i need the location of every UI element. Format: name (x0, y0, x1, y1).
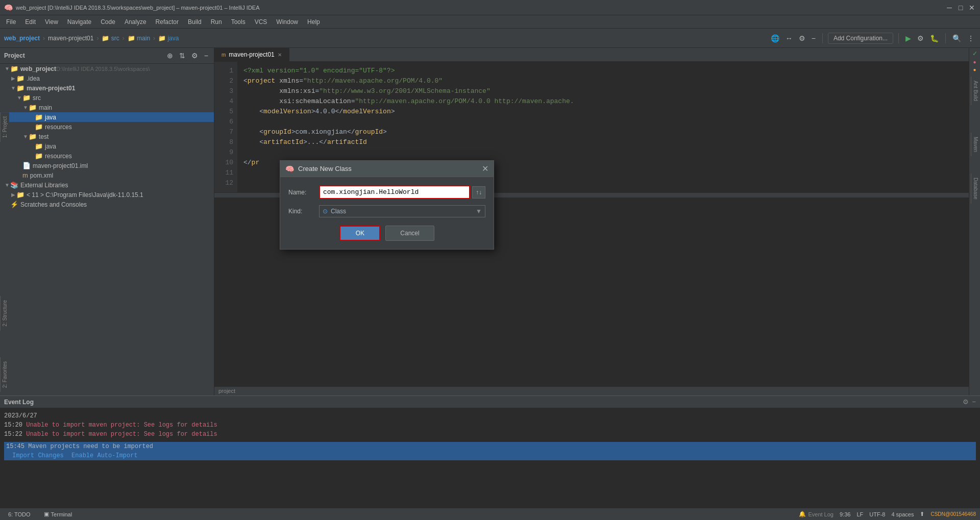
toolbar-settings-icon[interactable]: ⚙ (916, 33, 925, 44)
favorites-panel-label[interactable]: 2: Favorites (0, 357, 9, 392)
kind-value: Class (331, 208, 346, 215)
menu-build[interactable]: Build (184, 17, 206, 27)
log-time-1: 15:20 (4, 422, 22, 429)
tree-arrow-idea: ▶ (10, 76, 16, 81)
menu-code[interactable]: Code (96, 17, 119, 27)
toolbar-icon-gear[interactable]: ⚙ (797, 33, 807, 44)
menu-window[interactable]: Window (272, 17, 302, 27)
sidebar-gear-icon[interactable]: ⚙ (190, 50, 200, 61)
tree-item-resources-main[interactable]: 📁 resources (0, 122, 214, 132)
sidebar-collapse-icon[interactable]: ⇅ (178, 50, 187, 61)
tree-item-java-test[interactable]: 📁 java (0, 141, 214, 151)
modal-close-button[interactable]: ✕ (482, 164, 488, 174)
menu-analyze[interactable]: Analyze (120, 17, 151, 27)
menu-bar: File Edit View Navigate Code Analyze Ref… (0, 15, 980, 29)
encoding-status[interactable]: UTF-8 (869, 511, 885, 517)
tree-arrow-maven: ▼ (10, 85, 16, 91)
breadcrumb-java[interactable]: 📁 java (158, 35, 179, 42)
src-folder-icon: 📁 (22, 94, 31, 102)
add-configuration-button[interactable]: Add Configuration... (828, 33, 893, 44)
toolbar-icon-globe[interactable]: 🌐 (769, 33, 781, 44)
panel-minimize-icon[interactable]: − (972, 398, 976, 406)
structure-panel-label[interactable]: 2: Structure (0, 296, 9, 331)
database-label[interactable]: Database (971, 174, 980, 204)
indent-status[interactable]: 4 spaces (891, 511, 914, 517)
log-message-2[interactable]: Unable to import maven project: See logs… (26, 431, 217, 438)
line-separator[interactable]: LF (856, 511, 863, 517)
minimize-button[interactable]: ─ (945, 4, 953, 12)
toolbar-more-icon[interactable]: ⋮ (966, 33, 976, 44)
modal-title: Create New Class (298, 165, 478, 172)
modal-body: Name: ↑↓ Kind: ⊙ Class ▼ OK Cancel (280, 177, 494, 249)
tree-item-main[interactable]: ▼ 📁 main (0, 103, 214, 112)
breadcrumb-module[interactable]: maven-project01 (48, 35, 93, 42)
menu-vcs[interactable]: VCS (251, 17, 272, 27)
tree-item-src[interactable]: ▼ 📁 src (0, 93, 214, 103)
git-status[interactable]: ⬆ (920, 511, 924, 517)
tree-item-scratches[interactable]: ⚡ Scratches and Consoles (0, 200, 214, 209)
menu-edit[interactable]: Edit (21, 17, 40, 27)
toolbar-icon-minus[interactable]: − (810, 33, 817, 44)
create-new-class-dialog: 🧠 Create New Class ✕ Name: ↑↓ Kind: ⊙ Cl… (280, 160, 494, 250)
toolbar-run-icon[interactable]: ▶ (904, 33, 913, 44)
log-date: 2023/6/27 (4, 412, 976, 419)
log-message-1[interactable]: Unable to import maven project: See logs… (26, 422, 217, 429)
menu-navigate[interactable]: Navigate (63, 17, 95, 27)
editor-status-bar: project (214, 386, 969, 395)
tree-item-pom[interactable]: m pom.xml (0, 170, 214, 180)
tree-item-test[interactable]: ▼ 📁 test (0, 132, 214, 141)
right-icon-orange[interactable]: ● (973, 67, 976, 72)
menu-refactor[interactable]: Refactor (152, 17, 183, 27)
sort-button[interactable]: ↑↓ (472, 186, 485, 199)
maven-label[interactable]: Maven (971, 133, 980, 156)
tree-item-jdk[interactable]: ▶ 📁 < 11 > C:\Program Files\Java\jdk-11.… (0, 190, 214, 200)
cancel-button[interactable]: Cancel (385, 226, 434, 241)
toolbar-debug-icon[interactable]: 🐛 (928, 33, 940, 44)
tree-item-web-project[interactable]: ▼ 📁 web_project D:\IntelliJ IDEA 2018.3.… (0, 64, 214, 73)
breadcrumb-main[interactable]: 📁 main (128, 35, 150, 42)
folder-icon: 📁 (10, 65, 18, 72)
tree-label-idea: .idea (27, 75, 40, 82)
maximize-button[interactable]: □ (957, 4, 965, 12)
todo-button[interactable]: 6: TODO (4, 510, 35, 519)
breadcrumb-src[interactable]: 📁 src (102, 35, 119, 42)
enable-autoimport-link[interactable]: Enable Auto-Import (71, 452, 138, 459)
tree-label-main: main (39, 104, 52, 111)
app-icon: 🧠 (4, 4, 13, 12)
right-icon-check[interactable]: ✓ (972, 50, 977, 57)
menu-view[interactable]: View (41, 17, 62, 27)
class-name-input[interactable] (319, 185, 470, 199)
tab-close-button[interactable]: ✕ (278, 52, 282, 58)
kind-dropdown-arrow: ▼ (476, 208, 482, 215)
tree-item-maven-project[interactable]: ▼ 📁 maven-project01 (0, 83, 214, 93)
tree-item-idea[interactable]: ▶ 📁 .idea (0, 73, 214, 83)
tree-item-resources-test[interactable]: 📁 resources (0, 151, 214, 161)
kind-row: Kind: ⊙ Class ▼ (288, 205, 485, 217)
event-log-status[interactable]: 🔔 Event Log (799, 511, 834, 517)
toolbar-search-icon[interactable]: 🔍 (951, 33, 963, 44)
sidebar-expand-icon[interactable]: ⊕ (165, 50, 175, 61)
toolbar-icon-arrow[interactable]: ↔ (784, 33, 794, 44)
terminal-button[interactable]: ▣ Terminal (40, 509, 77, 519)
ok-button[interactable]: OK (339, 226, 380, 241)
kind-select[interactable]: ⊙ Class ▼ (319, 205, 485, 217)
import-changes-link[interactable]: Import Changes (12, 452, 64, 459)
right-icon-circle[interactable]: ● (973, 59, 976, 65)
menu-run[interactable]: Run (207, 17, 226, 27)
tree-label-jdk: < 11 > C:\Program Files\Java\jdk-11.0.15… (27, 191, 143, 199)
menu-tools[interactable]: Tools (227, 17, 250, 27)
editor-tab-active[interactable]: m maven-project01 ✕ (214, 48, 289, 61)
tree-item-java-main[interactable]: 📁 java (0, 112, 214, 122)
tree-item-external-libs[interactable]: ▼ 📚 External Libraries (0, 180, 214, 190)
ant-build-label[interactable]: Ant Build (971, 77, 980, 105)
project-panel-label[interactable]: 1: Project (0, 112, 9, 142)
close-button[interactable]: ✕ (968, 4, 976, 12)
menu-file[interactable]: File (2, 17, 20, 27)
menu-help[interactable]: Help (303, 17, 324, 27)
sidebar-minimize-icon[interactable]: − (203, 50, 210, 61)
java-test-folder-icon: 📁 (35, 142, 43, 150)
app-title: web_project [D:\IntelliJ IDEA 2018.3.5\w… (16, 5, 942, 11)
panel-gear-icon[interactable]: ⚙ (963, 398, 969, 406)
breadcrumb-project[interactable]: web_project (4, 35, 40, 42)
tree-item-iml[interactable]: 📄 maven-project01.iml (0, 161, 214, 170)
